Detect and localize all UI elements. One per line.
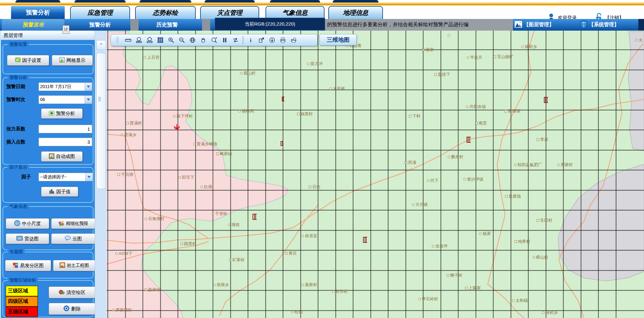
subnav-item-warning-publish[interactable]: 预警发布 bbox=[2, 19, 64, 31]
main-tab-bar: 预警分析应急管理态势标绘灾点管理气象信息地理信息 欢迎登录 【注销】 bbox=[0, 5, 644, 19]
tab-2[interactable]: 应急管理 bbox=[70, 6, 130, 19]
delete-button[interactable]: 删除 bbox=[49, 303, 95, 315]
factor-settings-button[interactable]: 因子设置 bbox=[7, 55, 49, 66]
analyze-icon bbox=[49, 111, 54, 117]
layer-panel: 图层管理 预警设置 因子设置 网格显示 预警分析 预警日期 2011年 7月17… bbox=[0, 31, 95, 318]
chevron-down-icon[interactable] bbox=[85, 96, 92, 104]
place-marker-icon bbox=[512, 299, 515, 302]
place-marker-icon bbox=[144, 56, 146, 59]
map-place-label: 普满乡 bbox=[121, 132, 136, 138]
map-place-label: 园里村 bbox=[181, 241, 196, 247]
grid-icon[interactable] bbox=[157, 37, 164, 44]
export-icon[interactable] bbox=[258, 37, 265, 44]
warning-date-select[interactable]: 2011年 7月17日 bbox=[39, 82, 92, 91]
grid-display-icon bbox=[59, 57, 65, 63]
measure-polygon-icon[interactable] bbox=[146, 37, 153, 44]
map-place-label: 坪石岭村 bbox=[418, 296, 438, 302]
place-marker-icon bbox=[505, 195, 508, 198]
tab-1[interactable]: 预警分析 bbox=[11, 6, 65, 19]
tab-5[interactable]: 气象信息 bbox=[265, 6, 325, 19]
zoom-out-icon[interactable] bbox=[178, 37, 185, 44]
geotech-map-icon bbox=[60, 262, 65, 269]
points-input[interactable] bbox=[39, 138, 92, 146]
warning-analyze-button[interactable]: 预警分析 bbox=[41, 108, 83, 119]
place-marker-icon bbox=[475, 122, 478, 124]
map-place-label: 樟山村 bbox=[533, 255, 548, 260]
grid-display-button[interactable]: 网格显示 bbox=[52, 55, 93, 66]
place-marker-icon bbox=[422, 49, 425, 51]
factor-value-button[interactable]: 因子值 bbox=[41, 187, 78, 197]
radar-button[interactable]: 雷达图 bbox=[6, 233, 49, 244]
tab-4[interactable]: 灾点管理 bbox=[200, 6, 259, 19]
chevron-down-icon[interactable] bbox=[85, 173, 92, 181]
download-icon[interactable] bbox=[269, 37, 276, 44]
map-regions bbox=[107, 31, 644, 318]
map-place-label: 城郊乡 bbox=[521, 44, 537, 50]
sub-nav-bar: 预警发布 预警分析 历史预警 当前RGB:(220,220,220) 的预警信息… bbox=[0, 19, 644, 31]
factor-settings-icon bbox=[15, 57, 21, 63]
meso-scale-button[interactable]: 中小尺度 bbox=[6, 218, 49, 229]
factor-select[interactable]: --请选择因子- bbox=[39, 173, 93, 181]
warning-level-4[interactable]: 四级区域 bbox=[6, 296, 38, 307]
place-marker-icon bbox=[121, 134, 123, 136]
fine-forecast-button[interactable]: 精细化预报 bbox=[51, 218, 95, 229]
map-place-label: 杨柳凤 bbox=[238, 108, 254, 114]
tab-3[interactable]: 态势标绘 bbox=[135, 6, 196, 19]
map-3d-button[interactable]: 三维地图 bbox=[319, 34, 357, 45]
scroll-up-icon[interactable]: ⌃ bbox=[96, 40, 106, 50]
rgb-status: 当前RGB:(220,220,220) bbox=[215, 18, 325, 30]
subnav-item-warning-analysis[interactable]: 预警分析 bbox=[80, 19, 121, 31]
map-place-label: 路下坪村 bbox=[173, 113, 193, 119]
place-marker-icon bbox=[479, 232, 482, 235]
warning-level-5[interactable]: 五级区域 bbox=[6, 307, 38, 317]
place-marker-icon bbox=[447, 274, 449, 277]
clear-region-button[interactable]: 清空绘区 bbox=[49, 286, 95, 298]
geotech-map-button[interactable]: 岩土工程图 bbox=[53, 260, 95, 271]
warning-time-select[interactable]: 06 bbox=[39, 95, 92, 104]
group-thematic: 专题图 易发分区图 岩土工程图 bbox=[3, 252, 93, 279]
map-canvas[interactable]: 石山青上石背苗儿冲观山村蒋家半边月宝山铜矿城郊乡火新排下太平桥杨柳凤锦里村共和农… bbox=[107, 31, 644, 318]
factor-label: 因子 bbox=[21, 174, 31, 180]
system-manage-button[interactable]: 【系统管理】 bbox=[580, 19, 619, 31]
place-marker-icon bbox=[291, 311, 294, 313]
place-marker-icon bbox=[112, 309, 115, 311]
measure-circle-icon[interactable] bbox=[135, 37, 142, 44]
delete-icon bbox=[63, 305, 69, 312]
place-marker-icon bbox=[405, 161, 407, 164]
pink-risk-region bbox=[107, 32, 288, 318]
cloud-button[interactable]: 云图 bbox=[51, 233, 95, 244]
swap-icon[interactable] bbox=[232, 37, 239, 44]
place-marker-icon bbox=[216, 153, 219, 155]
meso-scale-icon bbox=[14, 220, 20, 227]
map-toolbar: i bbox=[110, 34, 318, 46]
cloud-icon bbox=[65, 236, 71, 242]
map-place-label: 代下 bbox=[427, 178, 438, 183]
chevron-down-icon[interactable] bbox=[85, 83, 92, 91]
system-manage-icon bbox=[580, 20, 587, 30]
info-icon[interactable]: i bbox=[247, 37, 254, 44]
map-place-label: 枫家铺 bbox=[216, 151, 232, 157]
sidebar-scrollbar[interactable]: ⌃ bbox=[95, 31, 107, 318]
place-marker-icon bbox=[409, 115, 411, 117]
map-place-label: 周家村 bbox=[557, 162, 573, 168]
zoom-extent-icon[interactable] bbox=[211, 37, 218, 44]
layer-manage-button[interactable]: 【图层管理】 bbox=[515, 19, 554, 31]
globe-icon[interactable] bbox=[189, 37, 196, 44]
map-place-label: 清和乡 bbox=[542, 310, 558, 315]
zoning-map-button[interactable]: 易发分区图 bbox=[5, 260, 51, 271]
auto-map-button[interactable]: 自动成图 bbox=[41, 151, 83, 162]
warning-level-3[interactable]: 三级区域 bbox=[6, 286, 38, 296]
tension-label: 张力系数 bbox=[6, 126, 25, 132]
tension-input[interactable] bbox=[39, 125, 92, 133]
print-preview-icon[interactable] bbox=[290, 37, 297, 44]
ruler-icon[interactable] bbox=[125, 37, 132, 44]
subnav-item-history-warning[interactable]: 历史预警 bbox=[144, 19, 190, 31]
print-icon[interactable] bbox=[279, 37, 286, 44]
pause-icon[interactable] bbox=[221, 37, 228, 44]
zoom-in-icon[interactable] bbox=[168, 37, 175, 44]
place-marker-icon bbox=[329, 87, 332, 90]
scrollbar-thumb[interactable] bbox=[96, 53, 106, 189]
tab-6[interactable]: 地理信息 bbox=[328, 6, 383, 19]
points-label: 插入点数 bbox=[6, 139, 25, 145]
pan-hand-icon[interactable] bbox=[200, 37, 207, 44]
